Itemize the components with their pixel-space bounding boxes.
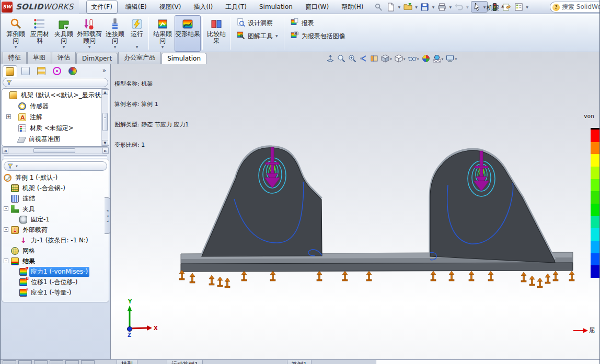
filter-caret-icon[interactable]: ▼: [15, 165, 18, 168]
menu-item-3[interactable]: 插入(I): [189, 1, 217, 13]
dropdown-caret-icon[interactable]: ▼: [455, 57, 457, 61]
tree-expander-icon[interactable]: +: [6, 114, 11, 119]
bottom-box-5[interactable]: [81, 360, 95, 364]
zoom-area-icon[interactable]: [337, 54, 345, 64]
study-tree-filter[interactable]: ▼: [4, 161, 107, 171]
tab-feature-manager[interactable]: [3, 65, 17, 77]
ribbon-button-3[interactable]: 外部载荷顾问▼: [76, 15, 103, 52]
feature-tree-vscrollbar[interactable]: ▲ ▼: [101, 89, 108, 146]
dropdown-caret-icon[interactable]: ▼: [88, 45, 91, 49]
scroll-left-icon[interactable]: ◄: [2, 148, 8, 154]
bottom-box-2[interactable]: [34, 360, 48, 364]
dropdown-caret-icon[interactable]: ▼: [136, 45, 139, 49]
tab-property-manager[interactable]: [18, 65, 33, 77]
previous-view-icon[interactable]: [359, 54, 367, 64]
left-bracket[interactable]: [202, 147, 322, 256]
menu-item-2[interactable]: 视图(V): [155, 1, 186, 13]
tree-expander-icon[interactable]: -: [4, 259, 8, 263]
dropdown-caret-icon[interactable]: ▼: [161, 45, 164, 49]
dropdown-caret-icon[interactable]: ▼: [442, 57, 444, 61]
bottom-tab-1[interactable]: 运动算例1: [167, 360, 203, 364]
menu-item-5[interactable]: Simulation: [255, 2, 297, 12]
study-item-5[interactable]: -↓外部载荷: [2, 225, 109, 235]
tab-5[interactable]: Simulation: [161, 53, 206, 64]
ribbon-button-8[interactable]: 比较结果: [204, 15, 228, 52]
edit-appearance-icon[interactable]: [422, 54, 430, 64]
panel-chevron-icon[interactable]: »: [102, 67, 106, 74]
ribbon-stack2-button-1[interactable]: 为报表包括图像: [290, 31, 345, 41]
tab-configuration-manager[interactable]: [34, 65, 49, 77]
save-button[interactable]: [420, 2, 430, 12]
dropdown-caret-icon[interactable]: ▼: [417, 57, 419, 61]
ribbon-button-2[interactable]: 夹具顾问▼: [52, 15, 76, 52]
apply-scene-icon[interactable]: ▼: [433, 54, 444, 64]
right-bracket[interactable]: [430, 149, 555, 263]
bottom-box-4[interactable]: [65, 360, 79, 364]
tab-2[interactable]: 评估: [52, 52, 76, 64]
scroll-down-icon[interactable]: ▼: [102, 140, 108, 146]
study-item-6[interactable]: ↓力-1 (按条目: -1 N:): [2, 235, 109, 245]
new-file-button[interactable]: [386, 2, 396, 12]
study-item-9[interactable]: σ应力1 (-vonMises-): [2, 266, 109, 277]
scroll-right-icon[interactable]: ►: [102, 148, 109, 154]
scroll-thumb[interactable]: [102, 113, 108, 131]
help-icon[interactable]: ?: [552, 4, 560, 11]
study-item-4[interactable]: 固定-1: [2, 214, 109, 225]
menu-item-0[interactable]: 文件(F): [86, 1, 118, 14]
feature-tree-filter[interactable]: [3, 78, 108, 87]
ribbon-stack1-button-1[interactable]: 图解工具▼: [236, 31, 278, 41]
open-file-button[interactable]: [402, 2, 413, 12]
tab-display-manager[interactable]: [65, 65, 80, 77]
study-item-10[interactable]: u位移1 (-合位移-): [2, 277, 109, 287]
pin-icon[interactable]: [374, 2, 384, 12]
ribbon-button-6[interactable]: 结果顾问▼: [151, 15, 175, 52]
dropdown-caret-icon[interactable]: ▼: [114, 45, 117, 49]
bottom-tab-2[interactable]: 算例1: [287, 360, 311, 364]
open-file-caret-icon[interactable]: ▼: [414, 5, 418, 9]
save-caret-icon[interactable]: ▼: [432, 5, 435, 9]
ribbon-button-5[interactable]: 运行▼: [127, 15, 147, 52]
study-item-2[interactable]: 连结: [2, 193, 109, 204]
select-tool-button[interactable]: ▼: [471, 1, 488, 13]
bottom-box-3[interactable]: [50, 360, 63, 364]
new-file-caret-icon[interactable]: ▼: [398, 5, 401, 9]
display-style-icon[interactable]: ▼: [395, 54, 406, 64]
select-caret-icon[interactable]: ▼: [483, 5, 487, 9]
feature-item-5[interactable]: 上视基准面: [2, 145, 109, 147]
dropdown-caret-icon[interactable]: ▼: [15, 45, 17, 49]
options-button[interactable]: [513, 2, 524, 12]
tab-1[interactable]: 草图: [27, 52, 51, 64]
menu-item-1[interactable]: 编辑(E): [121, 1, 152, 13]
undo-button[interactable]: [454, 2, 464, 12]
ribbon-stack2-button-0[interactable]: 报表: [290, 18, 345, 28]
options-caret-icon[interactable]: ▼: [525, 5, 529, 9]
dropdown-caret-icon[interactable]: ▼: [403, 57, 406, 61]
bottom-box-0[interactable]: [3, 360, 16, 364]
tab-4[interactable]: 办公室产品: [118, 52, 161, 64]
ribbon-button-1[interactable]: 应用材料: [28, 15, 52, 52]
panel-splitter[interactable]: [4, 155, 107, 158]
ribbon-button-4[interactable]: 连接顾问▼: [103, 15, 127, 52]
study-item-7[interactable]: 网格: [2, 245, 109, 256]
scroll-thumb[interactable]: [33, 148, 75, 153]
study-item-11[interactable]: ε应变1 (-等量-): [2, 287, 109, 298]
tree-expander-icon[interactable]: -: [4, 206, 8, 211]
ribbon-stack1-button-0[interactable]: 设计洞察: [236, 18, 278, 28]
bottom-tab-0[interactable]: 模型: [117, 360, 137, 364]
dropdown-caret-icon[interactable]: ▼: [390, 57, 392, 61]
study-item-0[interactable]: 算例 1 (-默认-): [2, 172, 109, 183]
base-plate-front[interactable]: [181, 263, 573, 272]
print-button[interactable]: [436, 2, 447, 12]
tab-dimxpert-manager[interactable]: [50, 65, 64, 77]
tab-3[interactable]: DimXpert: [76, 53, 118, 64]
section-view-icon[interactable]: [370, 54, 378, 64]
tree-expander-icon[interactable]: -: [4, 227, 8, 232]
bottom-box-1[interactable]: [18, 360, 32, 364]
ribbon-button-0[interactable]: 算例顾问▼: [4, 15, 28, 52]
menu-item-7[interactable]: 帮助(H): [337, 1, 368, 13]
feature-item-2[interactable]: +A注解: [2, 112, 109, 123]
zoom-fit-icon[interactable]: [326, 54, 334, 64]
feature-item-1[interactable]: 传感器: [2, 101, 109, 112]
tab-0[interactable]: 特征: [3, 52, 27, 64]
scroll-up-icon[interactable]: ▲: [102, 89, 108, 95]
